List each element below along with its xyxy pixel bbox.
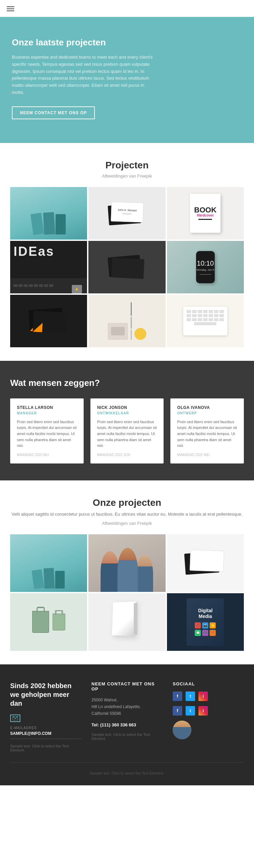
project-item-ideas[interactable]: IDEas xyxy=(10,241,87,293)
testimonials-section: Wat mensen zeggen? STELLA LARSON MANAGER… xyxy=(0,361,254,480)
proj-item-white3d[interactable] xyxy=(88,593,165,651)
footer-phone-label: Tel: xyxy=(91,722,99,727)
projects-section: Projecten Afbeeldingen van Freepik John … xyxy=(0,143,254,361)
testimonial-name-1: NICK JONSON xyxy=(97,405,157,410)
project-item-keyboard[interactable] xyxy=(167,295,244,347)
hero-title: Onze laatste projecten xyxy=(12,37,242,48)
footer: Sinds 2002 hebben we geholpen meer dan E… xyxy=(0,664,254,785)
footer-email-label: E-MAILADRES xyxy=(10,726,81,730)
hamburger-menu[interactable] xyxy=(7,5,14,13)
proj-item-digital[interactable]: DigitalMedia 🎵 📷 ⭐ 💬 🎮 📍 xyxy=(167,593,244,651)
proj-item-books[interactable] xyxy=(10,534,87,592)
twitter-icon[interactable]: t xyxy=(186,691,195,701)
proj-item-whitecards[interactable]: John A. Stewart xyxy=(167,534,244,592)
footer-grid: Sinds 2002 hebben we geholpen meer dan E… xyxy=(10,681,244,752)
footer-since-text: Sinds 2002 hebben we geholpen meer dan xyxy=(10,681,81,708)
nav-bar xyxy=(0,0,254,17)
footer-divider xyxy=(10,762,244,763)
social-icons: f t i xyxy=(173,691,244,701)
our-projects-title: Onze projecten xyxy=(10,497,244,508)
testimonial-name-2: OLGA IVANOVA xyxy=(177,405,237,410)
footer-phone-number: (111) 360 336 663 xyxy=(100,722,136,727)
testimonial-name-0: STELLA LARSON xyxy=(17,405,77,410)
testimonial-card-2: OLGA IVANOVA ONTWERP Proin sed libero en… xyxy=(170,398,244,463)
project-item-book-hardcover[interactable]: BOOK Hardcover xyxy=(167,187,244,240)
our-projects-grid: John A. Stewart xyxy=(10,534,244,651)
testimonials-grid: STELLA LARSON MANAGER Proin sed libero e… xyxy=(10,398,244,463)
projects-grid: John A. StewartDesigner BOOK Hardcover I… xyxy=(10,187,244,347)
email-icon xyxy=(10,715,20,722)
footer-address: 25000 Walnut, Hill Ln undefined Lafayett… xyxy=(91,697,163,717)
hero-description: Business expertise and dedicated teams t… xyxy=(12,54,154,96)
facebook-icon[interactable]: f xyxy=(173,691,182,701)
project-item-dark-cards[interactable] xyxy=(88,241,165,293)
proj-item-team[interactable] xyxy=(88,534,165,592)
social-icons-row2: f t i xyxy=(173,706,244,716)
contact-button[interactable]: NEEM CONTACT MET ONS OP xyxy=(12,106,95,119)
projects-subtitle: Afbeeldingen van Freepik xyxy=(10,173,244,179)
instagram-icon[interactable]: i xyxy=(198,691,208,701)
footer-col-2: NEEM CONTACT MET ONS OP 25000 Walnut, Hi… xyxy=(91,681,163,752)
project-item-books-teal[interactable] xyxy=(10,187,87,240)
testimonial-card-1: NICK JONSON ONTWIKKELAAR Proin sed liber… xyxy=(90,398,164,463)
testimonial-text-2: Proin sed libero enim sed faucibus turpi… xyxy=(177,419,237,449)
instagram-icon-2[interactable]: i xyxy=(198,706,208,716)
footer-sample-3: Sample text. Click to select the Text El… xyxy=(10,771,244,775)
footer-sample-2: Sample text. Click to select the Text El… xyxy=(91,732,163,741)
project-item-workspace[interactable] xyxy=(88,295,165,347)
project-item-business-cards[interactable]: John A. StewartDesigner xyxy=(88,187,165,240)
footer-col-1: Sinds 2002 hebben we geholpen meer dan E… xyxy=(10,681,81,752)
footer-sample-1: Sample text. Click to select the Text El… xyxy=(10,744,81,752)
project-item-phone[interactable]: 10:10 Monday, Jun 6 xyxy=(167,241,244,293)
projects-title: Projecten xyxy=(10,160,244,171)
testimonial-role-0: MANAGER xyxy=(17,411,77,415)
footer-phone: Tel: (111) 360 336 663 xyxy=(91,722,163,727)
facebook-icon-2[interactable]: f xyxy=(173,706,182,716)
proj-item-bags[interactable] xyxy=(10,593,87,651)
testimonials-title: Wat mensen zeggen? xyxy=(10,378,244,388)
testimonial-role-1: ONTWIKKELAAR xyxy=(97,411,157,415)
footer-avatar xyxy=(173,721,191,739)
hero-section: Onze laatste projecten Business expertis… xyxy=(0,17,254,143)
testimonial-text-0: Proin sed libero enim sed faucibus turpi… xyxy=(17,419,77,449)
testimonial-date-2: MAANDAG 2022 MEI xyxy=(177,453,237,457)
footer-social-title: SOCIAAL xyxy=(173,681,244,686)
testimonial-date-1: MAANDAG 2022 JUN xyxy=(97,453,157,457)
our-projects-description: Velit aliquet sagittis id consectetur pu… xyxy=(10,511,244,518)
project-item-design-cards[interactable]: DESIGN xyxy=(10,295,87,347)
testimonial-date-0: MAANDAG 2022 MIJ xyxy=(17,453,77,457)
twitter-icon-2[interactable]: t xyxy=(186,706,195,716)
our-projects-section: Onze projecten Velit aliquet sagittis id… xyxy=(0,480,254,664)
footer-col-3: SOCIAAL f t i f t i xyxy=(173,681,244,752)
testimonial-text-1: Proin sed libero enim sed faucibus turpi… xyxy=(97,419,157,449)
testimonial-role-2: ONTWERP xyxy=(177,411,237,415)
footer-email: SAMPLE@INFO.COM xyxy=(10,731,81,739)
our-projects-subtitle: Afbeeldingen van Freepik xyxy=(10,521,244,526)
testimonial-card-0: STELLA LARSON MANAGER Proin sed libero e… xyxy=(10,398,84,463)
footer-contact-title: NEEM CONTACT MET ONS OP xyxy=(91,681,163,691)
